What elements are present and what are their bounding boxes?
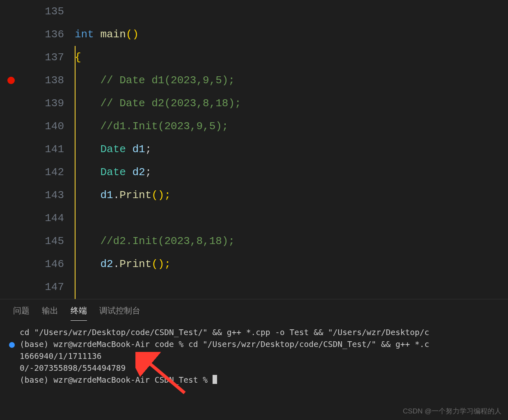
- code-line: [75, 276, 508, 299]
- line-number: 146: [0, 253, 64, 276]
- terminal-cursor: [213, 375, 217, 384]
- code-line: [75, 0, 508, 23]
- line-number: 137: [0, 46, 64, 69]
- tab-problems[interactable]: 问题: [13, 305, 30, 321]
- code-line: {: [75, 46, 508, 69]
- code-line: d1.Print();: [75, 184, 508, 207]
- code-line: //d1.Init(2023,9,5);: [75, 115, 508, 138]
- terminal-line: 0/-207355898/554494789: [20, 362, 500, 374]
- code-content[interactable]: int main() { // Date d1(2023,9,5); // Da…: [75, 0, 508, 299]
- code-line: // Date d2(2023,8,18);: [75, 92, 508, 115]
- line-number: 144: [0, 207, 64, 230]
- code-line: //d2.Init(2023,8,18);: [75, 230, 508, 253]
- code-line: int main(): [75, 23, 508, 46]
- bottom-panel: 问题 输出 终端 调试控制台 cd "/Users/wzr/Desktop/co…: [0, 299, 508, 420]
- code-line: // Date d1(2023,9,5);: [75, 69, 508, 92]
- code-line: Date d2;: [75, 161, 508, 184]
- terminal-line: 1666940/1/1711136: [20, 350, 500, 362]
- line-number: 142: [0, 161, 64, 184]
- indent-guide: [75, 46, 76, 299]
- terminal-line: (base) wzr@wzrdeMacBook-Air CSDN_Test %: [20, 374, 500, 386]
- task-indicator-icon: [9, 342, 15, 348]
- watermark-text: CSDN @一个努力学习编程的人: [403, 406, 501, 416]
- breakpoint-icon[interactable]: [7, 77, 15, 84]
- code-line: d2.Print();: [75, 253, 508, 276]
- code-line: [75, 207, 508, 230]
- line-number: 136: [0, 23, 64, 46]
- line-number: 135: [0, 0, 64, 23]
- line-number: 145: [0, 230, 64, 253]
- line-number: 139: [0, 92, 64, 115]
- tab-debug-console[interactable]: 调试控制台: [99, 305, 140, 321]
- code-line: Date d1;: [75, 138, 508, 161]
- code-editor[interactable]: 135 136 137 138 139 140 141 142 143 144 …: [0, 0, 508, 299]
- tab-output[interactable]: 输出: [42, 305, 58, 321]
- line-number: 140: [0, 115, 64, 138]
- line-number: 141: [0, 138, 64, 161]
- panel-tabbar: 问题 输出 终端 调试控制台: [0, 299, 508, 321]
- terminal-line: (base) wzr@wzrdeMacBook-Air code % cd "/…: [20, 338, 500, 350]
- line-gutter: 135 136 137 138 139 140 141 142 143 144 …: [0, 0, 75, 299]
- terminal-line: cd "/Users/wzr/Desktop/code/CSDN_Test/" …: [20, 326, 500, 338]
- line-number: 147: [0, 276, 64, 299]
- terminal-content[interactable]: cd "/Users/wzr/Desktop/code/CSDN_Test/" …: [0, 321, 508, 386]
- line-number: 143: [0, 184, 64, 207]
- tab-terminal[interactable]: 终端: [71, 305, 87, 321]
